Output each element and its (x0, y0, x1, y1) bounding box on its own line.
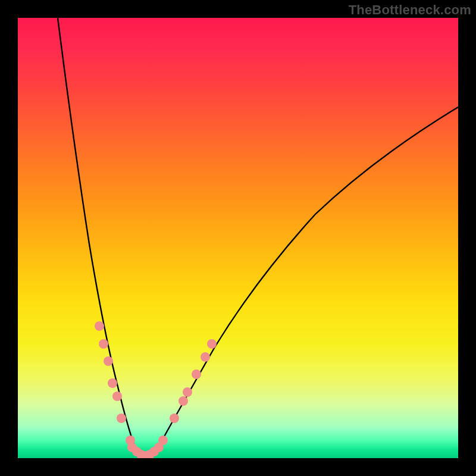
svg-point-0 (95, 321, 104, 331)
svg-point-17 (183, 387, 192, 397)
svg-point-1 (99, 339, 108, 349)
svg-point-15 (170, 414, 179, 423)
svg-point-20 (207, 339, 217, 349)
chart-frame: TheBottleneck.com (0, 0, 476, 476)
svg-point-4 (112, 392, 122, 401)
svg-point-14 (158, 436, 168, 445)
svg-point-19 (201, 352, 210, 362)
plot-area (18, 18, 458, 458)
watermark-label: TheBottleneck.com (349, 2, 471, 18)
svg-point-2 (104, 356, 113, 366)
curve-layer (18, 18, 458, 458)
curve-left (58, 18, 136, 449)
svg-point-18 (192, 369, 201, 379)
svg-point-16 (178, 396, 188, 406)
curve-right (157, 107, 458, 449)
marker-group (95, 321, 217, 458)
svg-point-3 (108, 378, 117, 388)
svg-point-5 (117, 414, 126, 423)
